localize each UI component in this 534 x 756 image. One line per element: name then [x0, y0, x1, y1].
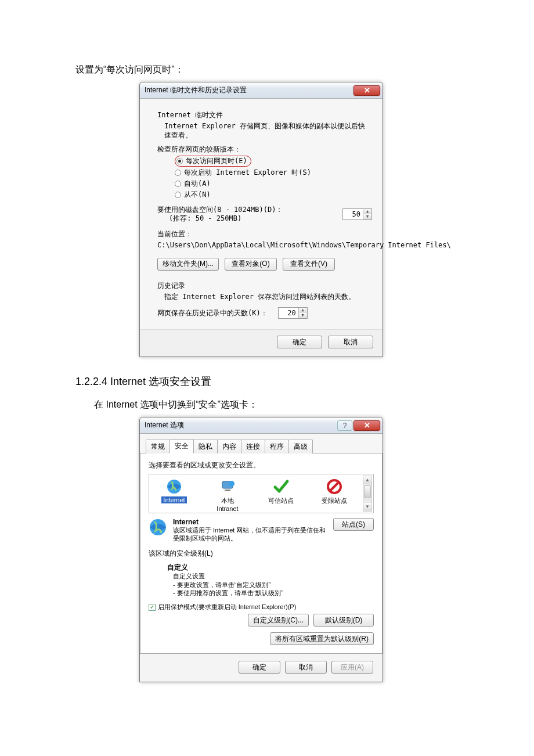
current-location-path: C:\Users\Don\AppData\Local\Microsoft\Win… [157, 240, 372, 250]
computer-icon [219, 478, 236, 495]
zone-detail-name: Internet [173, 518, 199, 526]
cancel-button[interactable]: 取消 [328, 336, 373, 348]
temp-files-button-row: 移动文件夹(M)... 查看对象(O) 查看文件(V) [157, 258, 372, 271]
ok-button[interactable]: 确定 [277, 336, 322, 348]
tab-general[interactable]: 常规 [146, 440, 170, 453]
zone-list: Internet 本地 Intranet 可信站点 受限站点 [149, 474, 374, 513]
history-days-input[interactable] [279, 308, 298, 318]
tab-connections[interactable]: 连接 [241, 440, 265, 453]
custom-level-block: 自定义 自定义设置 - 要更改设置，请单击“自定义级别” - 要使用推荐的设置，… [167, 563, 374, 597]
svg-point-3 [229, 481, 234, 487]
radio-empty-icon [175, 170, 181, 176]
sites-button[interactable]: 站点(S) [333, 518, 374, 531]
globe-large-icon [149, 518, 167, 537]
custom-sub: 自定义设置 [173, 572, 374, 580]
scroll-track[interactable] [363, 484, 371, 503]
radio-every-visit[interactable]: 每次访问网页时(E) [175, 156, 251, 167]
spin-down-icon[interactable]: ▼ [363, 214, 371, 219]
default-level-button[interactable]: 默认级别(D) [313, 614, 374, 627]
temp-files-group-title: Internet 临时文件 [157, 110, 372, 120]
check-newer-label: 检查所存网页的较新版本： [157, 145, 372, 154]
reset-row: 将所有区域重置为默认级别(R) [149, 632, 374, 645]
zone-detail-row: Internet 该区域适用于 Internet 网站，但不适用于列在受信任和受… [149, 518, 374, 543]
zone-trusted-label: 可信站点 [268, 496, 294, 505]
disk-space-recommend: (推荐: 50 - 250MB) [169, 214, 342, 224]
history-desc: 指定 Internet Explorer 保存您访问过网站列表的天数。 [164, 292, 372, 301]
zone-local-label: 本地 [221, 496, 234, 505]
zone-scrollbar[interactable]: ▲ ▼ [363, 476, 372, 512]
ok-button[interactable]: 确定 [239, 661, 280, 674]
temp-files-group-desc: Internet Explorer 存储网页、图像和媒体的副本以便以后快速查看。 [164, 121, 372, 140]
view-files-button[interactable]: 查看文件(V) [283, 258, 335, 271]
history-group: 历史记录 指定 Internet Explorer 保存您访问过网站列表的天数。… [157, 281, 372, 319]
disk-space-spinner[interactable]: ▲ ▼ [342, 208, 372, 220]
custom-line1: - 要更改设置，请单击“自定义级别” [173, 581, 374, 589]
disk-space-label: 要使用的磁盘空间(8 - 1024MB)(D)： [157, 206, 342, 215]
disk-space-row: 要使用的磁盘空间(8 - 1024MB)(D)： (推荐: 50 - 250MB… [157, 206, 372, 224]
radio-every-start-label: 每次启动 Internet Explorer 时(S) [184, 168, 311, 178]
custom-line2: - 要使用推荐的设置，请单击“默认级别” [173, 589, 374, 597]
zone-internet[interactable]: Internet [151, 478, 197, 503]
zone-trusted[interactable]: 可信站点 [258, 478, 304, 505]
scroll-thumb[interactable] [364, 485, 371, 498]
dialog-title: Internet 选项 [145, 420, 337, 430]
doc-intro-line: 设置为“每次访问网页时”： [75, 64, 459, 76]
radio-never[interactable]: 从不(N) [175, 190, 372, 200]
scroll-up-icon[interactable]: ▲ [363, 476, 371, 484]
radio-empty-icon [175, 181, 181, 187]
tab-content[interactable]: 内容 [217, 440, 241, 453]
globe-icon [165, 478, 183, 495]
dialog-footer: 确定 取消 应用(A) [140, 654, 383, 682]
protected-mode-checkbox-row[interactable]: ✓ 启用保护模式(要求重新启动 Internet Explorer)(P) [149, 603, 374, 611]
move-folder-button[interactable]: 移动文件夹(M)... [157, 258, 219, 271]
zone-prompt: 选择要查看的区域或更改安全设置。 [149, 460, 374, 470]
history-days-spinner[interactable]: ▲ ▼ [278, 307, 308, 319]
tab-programs[interactable]: 程序 [265, 440, 289, 453]
radio-every-visit-label: 每次访问网页时(E) [186, 156, 247, 166]
doc-switch-line: 在 Internet 选项中切换到“安全”选项卡： [94, 399, 459, 411]
spin-up-icon[interactable]: ▲ [299, 308, 307, 313]
internet-options-dialog: Internet 选项 ? ✕ 常规 安全 隐私 内容 连接 程序 高级 选择要… [139, 417, 383, 682]
tab-strip: 常规 安全 隐私 内容 连接 程序 高级 [140, 434, 383, 453]
level-buttons-row: 自定义级别(C)... 默认级别(D) [149, 614, 374, 627]
custom-title: 自定义 [167, 563, 374, 573]
radio-every-start[interactable]: 每次启动 Internet Explorer 时(S) [175, 168, 372, 178]
dialog-body: Internet 临时文件 Internet Explorer 存储网页、图像和… [140, 99, 383, 329]
dialog-footer: 确定 取消 [140, 329, 383, 357]
tab-security[interactable]: 安全 [169, 439, 194, 453]
protected-mode-label: 启用保护模式(要求重新启动 Internet Explorer)(P) [158, 603, 296, 611]
custom-level-button[interactable]: 自定义级别(C)... [248, 614, 309, 627]
checkbox-checked-icon: ✓ [149, 604, 156, 611]
radio-auto-label: 自动(A) [184, 179, 211, 189]
zone-local-sub: Intranet [217, 505, 238, 512]
zone-local-intranet[interactable]: 本地 Intranet [205, 478, 250, 512]
forbidden-icon [326, 478, 343, 495]
spin-up-icon[interactable]: ▲ [363, 209, 371, 214]
radio-dot-icon [176, 158, 183, 164]
tab-privacy[interactable]: 隐私 [193, 440, 218, 453]
spin-down-icon[interactable]: ▼ [299, 313, 307, 318]
history-days-label: 网页保存在历史记录中的天数(K)： [157, 308, 268, 318]
zone-detail-desc: 该区域适用于 Internet 网站，但不适用于列在受信任和受限制区域中的网站。 [173, 527, 326, 542]
svg-line-5 [330, 483, 338, 491]
zone-restricted[interactable]: 受限站点 [312, 478, 357, 505]
checkmark-icon [272, 478, 290, 495]
help-button[interactable]: ? [337, 420, 352, 431]
zone-internet-label: Internet [161, 496, 186, 503]
radio-auto[interactable]: 自动(A) [175, 179, 372, 189]
disk-space-input[interactable] [343, 209, 363, 219]
security-level-title: 该区域的安全级别(L) [149, 549, 374, 559]
radio-empty-icon [175, 192, 181, 198]
close-button[interactable]: ✕ [353, 85, 380, 96]
apply-button[interactable]: 应用(A) [331, 661, 373, 674]
zone-restricted-label: 受限站点 [322, 496, 347, 505]
dialog-titlebar: Internet 选项 ? ✕ [140, 417, 383, 434]
view-objects-button[interactable]: 查看对象(O) [225, 258, 277, 271]
scroll-down-icon[interactable]: ▼ [363, 503, 371, 511]
security-tab-panel: 选择要查看的区域或更改安全设置。 Internet 本地 Intranet 可信 [140, 453, 383, 654]
reset-all-zones-button[interactable]: 将所有区域重置为默认级别(R) [270, 632, 374, 645]
close-button[interactable]: ✕ [353, 420, 380, 431]
cancel-button[interactable]: 取消 [285, 661, 327, 674]
svg-rect-2 [225, 489, 230, 491]
tab-advanced[interactable]: 高级 [288, 440, 313, 453]
